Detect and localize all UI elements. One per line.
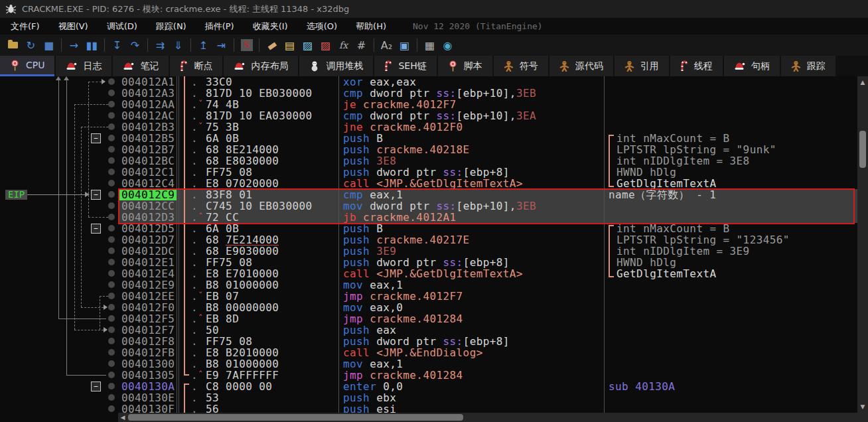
comment-cell[interactable]: [604, 99, 857, 110]
run-to-cursor-icon[interactable]: ⇉: [151, 36, 169, 54]
bytes-cell[interactable]: .ˆ72 CC: [177, 212, 338, 223]
hash-icon[interactable]: #: [352, 36, 370, 54]
comment-cell[interactable]: LPTSTR lpString = "123456": [604, 234, 857, 246]
bytes-cell[interactable]: .C8 0000 00: [177, 381, 338, 392]
address-cell[interactable]: 004012CC: [118, 200, 177, 212]
comment-cell[interactable]: [604, 279, 857, 291]
breakpoint-dot[interactable]: [108, 78, 115, 85]
address-cell[interactable]: 004012B5: [118, 133, 177, 144]
address-cell[interactable]: 004012D7: [118, 234, 177, 246]
tab-SEH链[interactable]: SEH链: [374, 56, 436, 76]
breakpoint-dot[interactable]: [108, 123, 115, 130]
disasm-row[interactable]: 004012E4.E8 E7010000call <JMP.&GetDlgIte…: [118, 268, 857, 279]
bytes-cell[interactable]: .ˆE9 7AFFFFFF: [177, 370, 338, 381]
bytes-cell[interactable]: .68 7E214000: [177, 234, 338, 246]
disasm-row[interactable]: 0040130E.53push ebx: [118, 392, 857, 403]
disasm-row[interactable]: 004012D3.ˆ72 CCjb crackme.4012A1: [118, 212, 857, 223]
tab-跟踪[interactable]: 跟踪: [781, 56, 835, 76]
bytes-cell[interactable]: .50: [177, 324, 338, 336]
instruction-cell[interactable]: jb crackme.4012A1: [338, 212, 604, 223]
bytes-cell[interactable]: .FF75 08: [177, 257, 338, 268]
instruction-cell[interactable]: jmp crackme.401284: [338, 313, 604, 324]
disasm-row[interactable]: 004012B7.68 8E214000push crackme.40218EL…: [118, 144, 857, 155]
comment-cell[interactable]: [604, 212, 857, 223]
instruction-cell[interactable]: cmp dword ptr ss:[ebp+10],3EA: [338, 110, 604, 121]
tab-内存布局[interactable]: 内存布局: [224, 56, 298, 76]
collapse-function-box[interactable]: −: [91, 133, 101, 143]
address-cell[interactable]: 004012F5: [118, 313, 177, 324]
step-into-icon[interactable]: ↧: [108, 36, 126, 54]
tab-CPU[interactable]: CPU: [0, 56, 54, 76]
address-cell[interactable]: 004012B3: [118, 121, 177, 133]
instruction-cell[interactable]: enter 0,0: [338, 381, 604, 392]
comment-cell[interactable]: [604, 121, 857, 133]
column-separator[interactable]: [179, 76, 179, 413]
comment-cell[interactable]: [604, 336, 857, 347]
comment-cell[interactable]: [604, 403, 857, 413]
address-cell[interactable]: 004012E4: [118, 268, 177, 279]
instruction-cell[interactable]: push dword ptr ss:[ebp+8]: [338, 167, 604, 178]
disasm-row[interactable]: 00401300.B8 01000000mov eax,1: [118, 358, 857, 370]
comment-cell[interactable]: LPTSTR lpString = "9unk": [604, 144, 857, 155]
instruction-cell[interactable]: cmp eax,1: [338, 189, 604, 200]
bytes-cell[interactable]: .6A 0B: [177, 223, 338, 234]
run-to-user-code-icon[interactable]: ⇥: [212, 36, 230, 54]
restart-icon[interactable]: ↻: [22, 36, 40, 54]
tab-日志[interactable]: 日志: [56, 56, 111, 76]
column-separator[interactable]: [338, 76, 339, 413]
scroll-up-arrow[interactable]: ▲: [857, 78, 868, 87]
breakpoint-dot[interactable]: [108, 191, 115, 198]
instruction-cell[interactable]: push dword ptr ss:[ebp+8]: [338, 336, 604, 347]
address-cell[interactable]: 004012BC: [118, 155, 177, 167]
column-separator[interactable]: [177, 76, 177, 413]
comment-cell[interactable]: int nMaxCount = B: [604, 133, 857, 144]
comment-cell[interactable]: [604, 200, 857, 212]
address-cell[interactable]: 004012DC: [118, 246, 177, 257]
breakpoint-dot[interactable]: [108, 383, 115, 389]
instruction-cell[interactable]: call <JMP.&EndDialog>: [338, 347, 604, 358]
address-cell[interactable]: 004012C9: [118, 189, 177, 200]
breakpoint-dot[interactable]: [108, 169, 115, 175]
bytes-cell[interactable]: .817D 10 EB030000: [177, 88, 338, 99]
instruction-cell[interactable]: mov eax,1: [338, 279, 604, 291]
breakpoint-dot[interactable]: [108, 236, 115, 243]
bytes-cell[interactable]: .B8 01000000: [177, 279, 338, 291]
breakpoint-dot[interactable]: [108, 326, 115, 333]
tab-线程[interactable]: 线程: [670, 56, 723, 76]
menu-item[interactable]: 帮助(H): [346, 21, 396, 33]
bytes-cell[interactable]: .FF75 08: [177, 167, 338, 178]
execute-till-return-icon[interactable]: ⇓: [169, 36, 187, 54]
disasm-row[interactable]: 004012EE.ˇEB 07jmp crackme.4012F7: [118, 291, 857, 302]
address-cell[interactable]: 004012F0: [118, 302, 177, 313]
instruction-cell[interactable]: xor eax,eax: [338, 76, 604, 88]
tab-引用[interactable]: 引用: [615, 56, 669, 76]
instruction-cell[interactable]: push 3E9: [338, 246, 604, 257]
comment-cell[interactable]: int nMaxCount = B: [604, 223, 857, 234]
comment-cell[interactable]: GetDlgItemTextA: [604, 268, 857, 279]
instruction-cell[interactable]: push B: [338, 133, 604, 144]
bytes-cell[interactable]: .68 E9030000: [177, 246, 338, 257]
breakpoint-dot[interactable]: [108, 135, 115, 141]
comment-cell[interactable]: HWND hDlg: [604, 257, 857, 268]
comment-cell[interactable]: [604, 302, 857, 313]
disasm-row[interactable]: 004012D5.6A 0Bpush Bint nMaxCount = B: [118, 223, 857, 234]
comment-cell[interactable]: sub_40130A: [604, 381, 857, 392]
tab-源代码[interactable]: 源代码: [549, 56, 613, 76]
address-cell[interactable]: 004012D5: [118, 223, 177, 234]
menu-item[interactable]: 调试(D): [98, 21, 147, 33]
breakpoint-dot[interactable]: [108, 259, 115, 265]
instruction-cell[interactable]: mov eax,1: [338, 358, 604, 370]
instruction-cell[interactable]: push esi: [338, 403, 604, 413]
breakpoint-dot[interactable]: [108, 394, 115, 401]
disasm-row[interactable]: 004012FB.E8 B2010000call <JMP.&EndDialog…: [118, 347, 857, 358]
comment-cell[interactable]: [604, 88, 857, 99]
breakpoint-dot[interactable]: [108, 281, 115, 288]
disasm-row[interactable]: 0040130F.56push esi: [118, 403, 857, 413]
instruction-cell[interactable]: push dword ptr ss:[ebp+8]: [338, 257, 604, 268]
breakpoint-dot[interactable]: [108, 101, 115, 107]
instruction-cell[interactable]: mov dword ptr ss:[ebp+10],3EB: [338, 200, 604, 212]
breakpoint-dot[interactable]: [108, 293, 115, 299]
bytes-cell[interactable]: .56: [177, 403, 338, 413]
tab-句柄[interactable]: 句柄: [724, 56, 780, 76]
bytes-cell[interactable]: .33C0: [177, 76, 338, 88]
